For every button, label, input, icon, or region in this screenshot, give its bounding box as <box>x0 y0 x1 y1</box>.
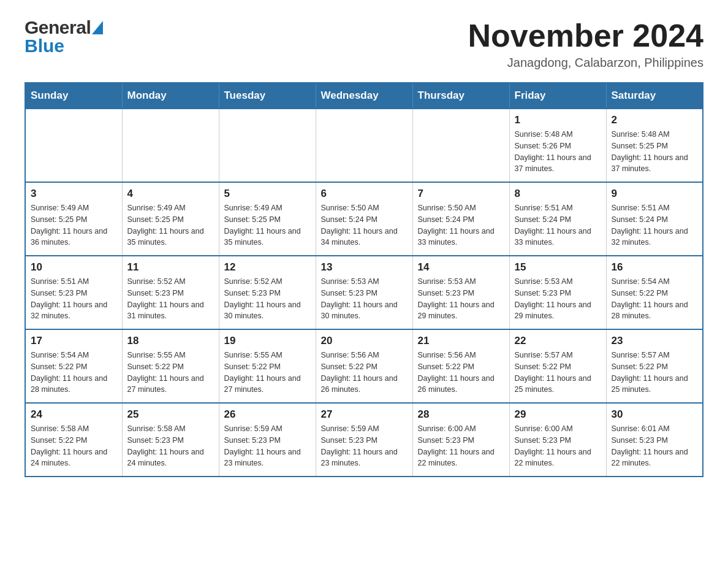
day-number: 25 <box>127 408 214 421</box>
day-number: 1 <box>515 114 601 126</box>
calendar-cell: 15Sunrise: 5:53 AM Sunset: 5:23 PM Dayli… <box>509 256 606 329</box>
day-number: 5 <box>224 188 311 200</box>
col-wednesday: Wednesday <box>316 83 412 109</box>
calendar-cell: 28Sunrise: 6:00 AM Sunset: 5:23 PM Dayli… <box>412 403 509 477</box>
calendar-cell: 7Sunrise: 5:50 AM Sunset: 5:24 PM Daylig… <box>412 182 509 256</box>
day-info: Sunrise: 5:55 AM Sunset: 5:22 PM Dayligh… <box>127 350 214 396</box>
calendar-cell <box>316 109 412 182</box>
day-info: Sunrise: 5:51 AM Sunset: 5:23 PM Dayligh… <box>31 276 117 322</box>
calendar-cell: 12Sunrise: 5:52 AM Sunset: 5:23 PM Dayli… <box>219 256 316 329</box>
day-info: Sunrise: 5:54 AM Sunset: 5:22 PM Dayligh… <box>31 350 117 396</box>
calendar-cell: 17Sunrise: 5:54 AM Sunset: 5:22 PM Dayli… <box>25 329 122 403</box>
day-info: Sunrise: 5:50 AM Sunset: 5:24 PM Dayligh… <box>418 202 504 248</box>
col-thursday: Thursday <box>412 83 509 109</box>
day-number: 13 <box>321 261 408 274</box>
day-info: Sunrise: 5:50 AM Sunset: 5:24 PM Dayligh… <box>321 202 408 248</box>
title-block: November 2024 Janagdong, Calabarzon, Phi… <box>468 18 703 70</box>
day-info: Sunrise: 5:59 AM Sunset: 5:23 PM Dayligh… <box>224 423 311 469</box>
calendar-cell: 18Sunrise: 5:55 AM Sunset: 5:22 PM Dayli… <box>122 329 219 403</box>
day-info: Sunrise: 5:48 AM Sunset: 5:25 PM Dayligh… <box>612 129 698 175</box>
calendar-body: 1Sunrise: 5:48 AM Sunset: 5:26 PM Daylig… <box>25 109 703 477</box>
day-number: 9 <box>612 188 698 200</box>
day-info: Sunrise: 5:49 AM Sunset: 5:25 PM Dayligh… <box>224 202 311 248</box>
day-number: 23 <box>612 335 698 347</box>
day-number: 17 <box>31 335 117 347</box>
day-info: Sunrise: 5:52 AM Sunset: 5:23 PM Dayligh… <box>127 276 214 322</box>
day-info: Sunrise: 5:53 AM Sunset: 5:23 PM Dayligh… <box>418 276 504 322</box>
calendar-row: 17Sunrise: 5:54 AM Sunset: 5:22 PM Dayli… <box>25 329 703 403</box>
day-number: 29 <box>515 408 601 421</box>
logo-general-text: General <box>25 18 91 37</box>
day-number: 6 <box>321 188 408 200</box>
calendar-cell: 2Sunrise: 5:48 AM Sunset: 5:25 PM Daylig… <box>606 109 703 182</box>
calendar-header: Sunday Monday Tuesday Wednesday Thursday… <box>25 83 703 109</box>
day-info: Sunrise: 5:56 AM Sunset: 5:22 PM Dayligh… <box>418 350 504 396</box>
day-number: 8 <box>515 188 601 200</box>
calendar-cell: 21Sunrise: 5:56 AM Sunset: 5:22 PM Dayli… <box>412 329 509 403</box>
day-number: 26 <box>224 408 311 421</box>
day-number: 3 <box>31 188 117 200</box>
day-info: Sunrise: 5:59 AM Sunset: 5:23 PM Dayligh… <box>321 423 408 469</box>
day-number: 10 <box>31 261 117 274</box>
day-info: Sunrise: 5:51 AM Sunset: 5:24 PM Dayligh… <box>612 202 698 248</box>
calendar-cell: 14Sunrise: 5:53 AM Sunset: 5:23 PM Dayli… <box>412 256 509 329</box>
calendar-row: 10Sunrise: 5:51 AM Sunset: 5:23 PM Dayli… <box>25 256 703 329</box>
day-number: 11 <box>127 261 214 274</box>
calendar-cell: 8Sunrise: 5:51 AM Sunset: 5:24 PM Daylig… <box>509 182 606 256</box>
day-info: Sunrise: 6:00 AM Sunset: 5:23 PM Dayligh… <box>418 423 504 469</box>
calendar-cell: 19Sunrise: 5:55 AM Sunset: 5:22 PM Dayli… <box>219 329 316 403</box>
calendar-cell <box>122 109 219 182</box>
day-info: Sunrise: 5:49 AM Sunset: 5:25 PM Dayligh… <box>127 202 214 248</box>
day-info: Sunrise: 5:54 AM Sunset: 5:22 PM Dayligh… <box>612 276 698 322</box>
calendar-cell: 23Sunrise: 5:57 AM Sunset: 5:22 PM Dayli… <box>606 329 703 403</box>
logo-blue-text: Blue <box>25 37 64 55</box>
calendar-row: 3Sunrise: 5:49 AM Sunset: 5:25 PM Daylig… <box>25 182 703 256</box>
col-friday: Friday <box>509 83 606 109</box>
day-info: Sunrise: 5:55 AM Sunset: 5:22 PM Dayligh… <box>224 350 311 396</box>
day-number: 21 <box>418 335 504 347</box>
calendar-cell <box>219 109 316 182</box>
calendar-cell: 26Sunrise: 5:59 AM Sunset: 5:23 PM Dayli… <box>219 403 316 477</box>
day-info: Sunrise: 5:53 AM Sunset: 5:23 PM Dayligh… <box>321 276 408 322</box>
day-number: 22 <box>515 335 601 347</box>
calendar-cell: 27Sunrise: 5:59 AM Sunset: 5:23 PM Dayli… <box>316 403 412 477</box>
calendar-row: 24Sunrise: 5:58 AM Sunset: 5:22 PM Dayli… <box>25 403 703 477</box>
calendar-table: Sunday Monday Tuesday Wednesday Thursday… <box>25 82 703 477</box>
day-number: 20 <box>321 335 408 347</box>
svg-marker-0 <box>92 21 103 34</box>
col-sunday: Sunday <box>25 83 122 109</box>
col-saturday: Saturday <box>606 83 703 109</box>
day-info: Sunrise: 6:01 AM Sunset: 5:23 PM Dayligh… <box>612 423 698 469</box>
day-info: Sunrise: 5:56 AM Sunset: 5:22 PM Dayligh… <box>321 350 408 396</box>
page-subtitle: Janagdong, Calabarzon, Philippines <box>468 56 703 70</box>
day-number: 14 <box>418 261 504 274</box>
day-number: 7 <box>418 188 504 200</box>
calendar-cell: 9Sunrise: 5:51 AM Sunset: 5:24 PM Daylig… <box>606 182 703 256</box>
calendar-cell <box>25 109 122 182</box>
day-number: 27 <box>321 408 408 421</box>
day-info: Sunrise: 5:58 AM Sunset: 5:22 PM Dayligh… <box>31 423 117 469</box>
day-number: 24 <box>31 408 117 421</box>
calendar-cell: 10Sunrise: 5:51 AM Sunset: 5:23 PM Dayli… <box>25 256 122 329</box>
logo-triangle-icon <box>92 21 103 36</box>
day-info: Sunrise: 5:48 AM Sunset: 5:26 PM Dayligh… <box>515 129 601 175</box>
day-number: 16 <box>612 261 698 274</box>
day-number: 4 <box>127 188 214 200</box>
day-info: Sunrise: 5:49 AM Sunset: 5:25 PM Dayligh… <box>31 202 117 248</box>
calendar-cell: 5Sunrise: 5:49 AM Sunset: 5:25 PM Daylig… <box>219 182 316 256</box>
day-number: 2 <box>612 114 698 126</box>
header-row: Sunday Monday Tuesday Wednesday Thursday… <box>25 83 703 109</box>
day-number: 28 <box>418 408 504 421</box>
day-info: Sunrise: 5:53 AM Sunset: 5:23 PM Dayligh… <box>515 276 601 322</box>
day-info: Sunrise: 5:52 AM Sunset: 5:23 PM Dayligh… <box>224 276 311 322</box>
day-number: 19 <box>224 335 311 347</box>
calendar-cell: 20Sunrise: 5:56 AM Sunset: 5:22 PM Dayli… <box>316 329 412 403</box>
page-header: General Blue November 2024 Janagdong, Ca… <box>25 18 703 70</box>
day-info: Sunrise: 5:57 AM Sunset: 5:22 PM Dayligh… <box>515 350 601 396</box>
calendar-cell: 11Sunrise: 5:52 AM Sunset: 5:23 PM Dayli… <box>122 256 219 329</box>
calendar-row: 1Sunrise: 5:48 AM Sunset: 5:26 PM Daylig… <box>25 109 703 182</box>
day-info: Sunrise: 5:51 AM Sunset: 5:24 PM Dayligh… <box>515 202 601 248</box>
logo: General Blue <box>25 18 103 55</box>
day-number: 12 <box>224 261 311 274</box>
calendar-cell <box>412 109 509 182</box>
